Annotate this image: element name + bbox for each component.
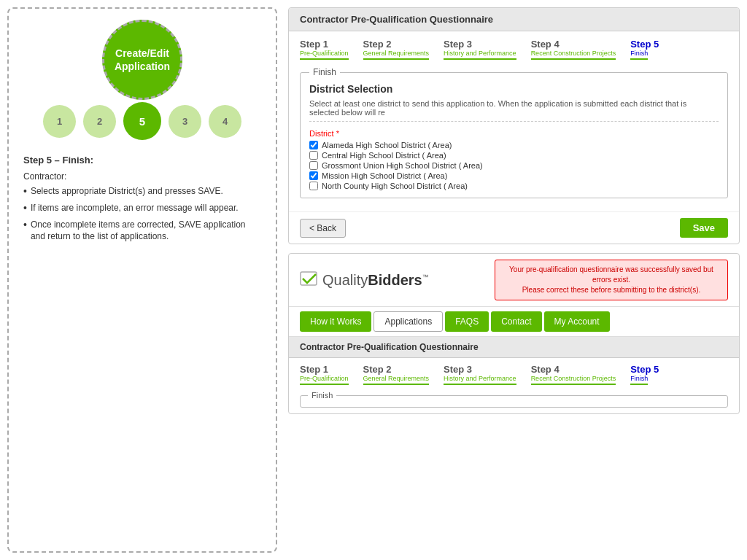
bottom-step-1-label: Pre-Qualification	[300, 375, 349, 385]
step-circle-2[interactable]: 2	[83, 105, 116, 138]
circle-line2: Application	[115, 60, 170, 73]
district-label-0: Alameda High School District ( Area)	[322, 141, 452, 149]
district-field-label: District *	[309, 129, 719, 138]
step-1[interactable]: Step 1 Pre-Qualification	[300, 39, 349, 60]
form-actions: < Back Save	[289, 211, 739, 244]
qb-tm: ™	[422, 273, 429, 281]
district-check-1[interactable]	[309, 151, 318, 160]
top-form-section: Contractor Pre-Qualification Questionnai…	[288, 7, 740, 244]
step-1-label: Pre-Qualification	[300, 50, 349, 60]
step-circle-4[interactable]: 4	[209, 105, 241, 138]
step-2-num: Step 2	[363, 39, 392, 50]
qb-logo-text: QualityBidders™	[322, 272, 429, 289]
steps-bar: Step 1 Pre-Qualification Step 2 General …	[289, 31, 739, 60]
step-heading: Step 5 – Finish:	[23, 155, 93, 166]
nav-applications[interactable]: Applications	[374, 311, 443, 332]
step-2[interactable]: Step 2 General Requirements	[363, 39, 430, 60]
nav-contact[interactable]: Contact	[491, 311, 541, 332]
step-1-num: Step 1	[300, 39, 328, 50]
district-check-3[interactable]	[309, 171, 318, 180]
qb-logo: QualityBidders™	[300, 271, 429, 289]
bottom-step-5-label: Finish	[630, 375, 648, 385]
small-circles-row: 1 2 5 3 4	[43, 102, 241, 140]
nav-my-account[interactable]: My Account	[544, 311, 610, 332]
step-5-num: Step 5	[630, 39, 659, 50]
bottom-finish-legend: Finish	[308, 391, 336, 400]
bullet-item-3: Once incomplete items are corrected, SAV…	[23, 219, 261, 244]
bottom-step-2-num: Step 2	[363, 364, 392, 375]
main-circle: Create/Edit Application	[102, 20, 182, 100]
bottom-step-5-num: Step 5	[630, 364, 659, 375]
step-3[interactable]: Step 3 History and Performance	[444, 39, 516, 60]
step-3-label: History and Performance	[444, 50, 516, 60]
bullet-list: Selects appropriate District(s) and pres…	[23, 185, 261, 247]
bottom-form-tab-title: Contractor Pre-Qualification Questionnai…	[300, 342, 479, 352]
bullet-item-2: If items are incomplete, an error messag…	[23, 202, 261, 214]
bottom-step-4-label: Recent Construction Projects	[531, 375, 616, 385]
bottom-step-2[interactable]: Step 2 General Requirements	[363, 364, 430, 385]
district-selection-title: District Selection	[309, 83, 719, 95]
bullet-item-1: Selects appropriate District(s) and pres…	[23, 185, 261, 198]
district-label-2: Grossmont Union High School District ( A…	[322, 161, 483, 170]
bottom-step-2-label: General Requirements	[363, 375, 430, 385]
step-3-num: Step 3	[444, 39, 472, 50]
bottom-step-3-label: History and Performance	[444, 375, 516, 385]
bottom-step-4-num: Step 4	[531, 364, 560, 375]
finish-legend: Finish	[309, 67, 340, 77]
district-check-0[interactable]	[309, 141, 318, 149]
form-tab-header: Contractor Pre-Qualification Questionnai…	[289, 8, 739, 31]
district-checkbox-4: North County High School District ( Area…	[309, 182, 719, 190]
bottom-step-3[interactable]: Step 3 History and Performance	[444, 364, 516, 385]
circle-area: Create/Edit Application 1 2 5 3 4	[23, 20, 261, 140]
qb-check-icon	[300, 271, 320, 289]
nav-bar: How it Works Applications FAQS Contact M…	[289, 307, 739, 337]
left-panel: Create/Edit Application 1 2 5 3 4 Step 5…	[7, 7, 277, 553]
district-label-4: North County High School District ( Area…	[322, 182, 468, 190]
right-panel: Contractor Pre-Qualification Questionnai…	[288, 7, 740, 553]
district-check-4[interactable]	[309, 182, 318, 190]
form-tab-title: Contractor Pre-Qualification Questionnai…	[300, 14, 493, 25]
nav-how-it-works[interactable]: How it Works	[300, 311, 371, 332]
error-line1: Your pre-qualification questionnaire was…	[509, 265, 713, 284]
district-desc: Select at least one district to send thi…	[309, 99, 719, 122]
bottom-step-4[interactable]: Step 4 Recent Construction Projects	[531, 364, 616, 385]
step-circle-3[interactable]: 3	[169, 105, 201, 138]
bottom-steps-bar: Step 1 Pre-Qualification Step 2 General …	[289, 358, 739, 385]
bottom-step-1-num: Step 1	[300, 364, 328, 375]
bottom-finish-fieldset: Finish	[300, 391, 728, 408]
district-checkbox-3: Mission High School District ( Area)	[309, 171, 719, 180]
qb-quality: Quality	[322, 272, 368, 288]
bottom-form-tab-header: Contractor Pre-Qualification Questionnai…	[289, 337, 739, 358]
error-line2: Please correct these before submitting t…	[522, 286, 701, 294]
save-button[interactable]: Save	[680, 218, 728, 238]
bottom-form-content: Contractor Pre-Qualification Questionnai…	[289, 337, 739, 408]
error-banner: Your pre-qualification questionnaire was…	[495, 260, 728, 300]
step-4-num: Step 4	[531, 39, 560, 50]
district-checkbox-0: Alameda High School District ( Area)	[309, 141, 719, 149]
district-label-1: Central High School District ( Area)	[322, 151, 446, 160]
district-label-3: Mission High School District ( Area)	[322, 171, 447, 180]
step-2-label: General Requirements	[363, 50, 430, 60]
bottom-step-3-num: Step 3	[444, 364, 472, 375]
district-checkbox-1: Central High School District ( Area)	[309, 151, 719, 160]
step-5[interactable]: Step 5 Finish	[630, 39, 659, 60]
district-checkbox-2: Grossmont Union High School District ( A…	[309, 161, 719, 170]
step-4[interactable]: Step 4 Recent Construction Projects	[531, 39, 616, 60]
step-4-label: Recent Construction Projects	[531, 50, 616, 60]
bottom-step-1[interactable]: Step 1 Pre-Qualification	[300, 364, 349, 385]
contractor-label: Contractor:	[23, 171, 66, 182]
step-circle-5[interactable]: 5	[123, 102, 161, 140]
bottom-step-5[interactable]: Step 5 Finish	[630, 364, 659, 385]
qb-bidders: Bidders	[368, 272, 422, 288]
district-check-2[interactable]	[309, 161, 318, 170]
step-circle-1[interactable]: 1	[43, 105, 76, 138]
nav-faqs[interactable]: FAQS	[445, 311, 489, 332]
finish-fieldset: Finish District Selection Select at leas…	[300, 67, 728, 198]
qb-header: QualityBidders™ Your pre-qualification q…	[289, 254, 739, 307]
circle-line1: Create/Edit	[115, 47, 169, 60]
back-button[interactable]: < Back	[300, 219, 346, 238]
step-5-label: Finish	[630, 50, 648, 60]
form-body: Finish District Selection Select at leas…	[289, 60, 739, 211]
bottom-section: QualityBidders™ Your pre-qualification q…	[288, 253, 740, 414]
